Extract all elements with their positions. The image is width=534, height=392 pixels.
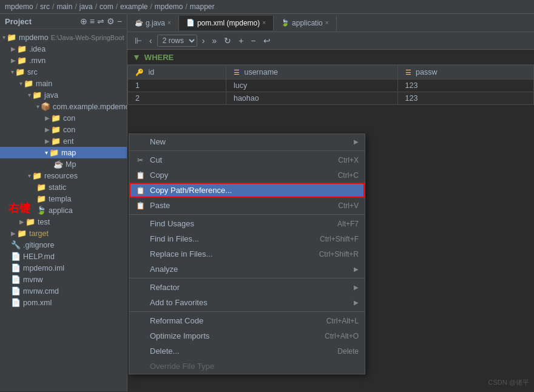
tab-gjava-label: g.java (146, 19, 165, 27)
split-icon[interactable]: ⇌ (97, 16, 104, 26)
ctx-item-new[interactable]: New ▶ (129, 134, 365, 149)
ctx-item-copy-path[interactable]: 📋 Copy Path/Reference... (129, 183, 365, 198)
package-icon: 📦 (41, 102, 50, 111)
tree-item-mvn[interactable]: ▶ 📁 .mvn (0, 55, 127, 66)
where-filter-icon: ▼ (132, 52, 141, 62)
arrow-idea: ▶ (11, 46, 16, 52)
paste-icon: 📋 (135, 201, 145, 210)
breadcrumb-mpdemo2[interactable]: mpdemo (155, 2, 183, 11)
spring-icon: 🍃 (36, 206, 46, 215)
tree-item-con1[interactable]: ▶ 📁 con (0, 112, 127, 124)
tab-app-close[interactable]: × (325, 19, 329, 26)
ctx-item-find-in-files[interactable]: Find in Files... Ctrl+Shift+F (129, 231, 365, 246)
prev-page-button[interactable]: ‹ (147, 35, 155, 47)
ctx-item-find-usages[interactable]: Find Usages Alt+F7 (129, 216, 365, 231)
arrow-ent: ▶ (45, 138, 50, 144)
arrow-java: ▾ (28, 92, 31, 98)
tree-label-mp: Mp (66, 160, 76, 169)
breadcrumb-mapper[interactable]: mapper (190, 2, 215, 11)
tree-item-mpdemo[interactable]: ▾ 📁 mpdemo E:\Java-Web-SpringBoot-Spri… (0, 32, 127, 43)
tree-label-mvn: .mvn (29, 56, 46, 65)
settings-icon[interactable]: ⚙ (107, 16, 115, 26)
breadcrumb-sep3: / (75, 2, 76, 11)
col-username-label: username (244, 68, 278, 76)
minimize-icon[interactable]: − (117, 16, 122, 26)
project-toolbar: Project ⊕ ≡ ⇌ ⚙ − (0, 14, 127, 29)
rows-select[interactable]: 2 rows (157, 35, 197, 47)
tree-item-test[interactable]: ▶ 📁 test (0, 216, 127, 228)
tree-item-mvnw-cmd[interactable]: 📄 mvnw.cmd (0, 285, 127, 297)
arrow-map: ▾ (45, 149, 48, 156)
tree-item-idea[interactable]: ▶ 📁 .idea (0, 43, 127, 55)
tree-item-mp[interactable]: ☕ Mp (0, 158, 127, 170)
tree-item-map[interactable]: ▾ 📁 map (0, 147, 127, 158)
tree-item-src[interactable]: ▾ 📁 src (0, 66, 127, 78)
tree-label-map: map (61, 149, 76, 157)
ctx-copypath-label: Copy Path/Reference... (150, 186, 232, 195)
project-panel: Project ⊕ ≡ ⇌ ⚙ − 右键 ▾ 📁 mpdemo E:\Java-… (0, 14, 127, 391)
tree-item-mvnw[interactable]: 📄 mvnw (0, 274, 127, 285)
ctx-item-cut[interactable]: ✂ Cut Ctrl+X (129, 152, 365, 167)
breadcrumb-mpdemo[interactable]: mpdemo (5, 2, 33, 11)
tree-item-gitignore[interactable]: 🔧 .gitignore (0, 239, 127, 251)
arrow-con2: ▶ (45, 126, 50, 133)
ctx-item-add-favorites[interactable]: Add to Favorites ▶ (129, 295, 365, 310)
ctx-item-reformat[interactable]: Reformat Code Ctrl+Alt+L (129, 313, 365, 328)
tree-item-con2[interactable]: ▶ 📁 con (0, 124, 127, 135)
tree-item-main[interactable]: ▾ 📁 main (0, 78, 127, 89)
add-button[interactable]: + (236, 35, 246, 47)
refresh-button[interactable]: ↻ (221, 35, 234, 47)
tree-item-static[interactable]: 📁 static (0, 181, 127, 193)
breadcrumb-sep4: / (95, 2, 97, 11)
db-toolbar: ⊩ ‹ 2 rows › » ↻ + − ↩ (127, 32, 534, 50)
ctx-reformat-label: Reformat Code (150, 316, 203, 325)
ctx-item-analyze[interactable]: Analyze ▶ (129, 262, 365, 277)
xml-icon: 📄 (11, 298, 21, 307)
tree-item-ent[interactable]: ▶ 📁 ent (0, 135, 127, 147)
tree-label-mvnw: mvnw (23, 275, 43, 284)
breadcrumb-com[interactable]: com (100, 2, 113, 11)
last-page-button[interactable]: » (209, 35, 219, 47)
globe-icon[interactable]: ⊕ (80, 16, 87, 26)
tree-item-help[interactable]: 📄 HELP.md (0, 251, 127, 262)
undo-button[interactable]: ↩ (261, 35, 273, 47)
ctx-item-copy[interactable]: 📋 Copy Ctrl+C (129, 167, 365, 183)
tree-item-com-example[interactable]: ▾ 📦 com.example.mpdemo (0, 101, 127, 112)
ctx-delete-shortcut: Delete (337, 347, 359, 356)
ctx-item-refactor[interactable]: Refactor ▶ (129, 280, 365, 295)
tree-item-target[interactable]: ▶ 📁 target (0, 228, 127, 239)
arrow-com: ▾ (36, 103, 39, 110)
tree-item-pom[interactable]: 📄 pom.xml (0, 297, 127, 308)
tab-gjava[interactable]: ☕ g.java × (127, 16, 179, 30)
ctx-item-paste[interactable]: 📋 Paste Ctrl+V (129, 198, 365, 213)
tab-pom-close[interactable]: × (262, 19, 266, 26)
breadcrumb-main[interactable]: main (56, 2, 72, 11)
folder-icon-mpdemo: 📁 (7, 33, 16, 42)
ctx-refactor-label: Refactor (150, 283, 180, 292)
ctx-replace-left: Replace in Files... (135, 249, 212, 259)
context-menu: New ▶ ✂ Cut Ctrl+X 📋 Copy Ctrl+C 📋 Copy … (129, 133, 365, 374)
tab-pom[interactable]: 📄 pom.xml (mpdemo) × (179, 16, 274, 30)
ctx-item-optimize[interactable]: Optimize Imports Ctrl+Alt+O (129, 328, 365, 343)
arrow-mvn: ▶ (11, 57, 16, 64)
tab-app[interactable]: 🍃 applicatio × (274, 16, 337, 30)
ctx-item-delete[interactable]: Delete... Delete (129, 343, 365, 359)
ctx-item-replace[interactable]: Replace in Files... Ctrl+Shift+R (129, 246, 365, 262)
tree-item-resources[interactable]: ▾ 📁 resources (0, 170, 127, 181)
tree-item-iml[interactable]: 📄 mpdemo.iml (0, 262, 127, 274)
tab-gjava-close[interactable]: × (167, 19, 171, 26)
breadcrumb-src[interactable]: src (40, 2, 50, 11)
ctx-copypath-left: 📋 Copy Path/Reference... (135, 186, 232, 195)
row2-id: 2 (128, 92, 226, 105)
list-icon[interactable]: ≡ (90, 16, 95, 26)
tree-item-java[interactable]: ▾ 📁 java (0, 89, 127, 101)
minus-button[interactable]: − (248, 35, 258, 47)
folder-icon-con2: 📁 (51, 125, 61, 134)
ctx-delete-label: Delete... (150, 346, 179, 356)
breadcrumb-example[interactable]: example (120, 2, 147, 11)
filter-button[interactable]: ⊩ (132, 35, 144, 47)
col-username-icon: ☰ (234, 69, 240, 76)
next-page-button[interactable]: › (200, 35, 208, 47)
tree-label-applica: applica (49, 206, 73, 215)
breadcrumb-java[interactable]: java (79, 2, 93, 11)
